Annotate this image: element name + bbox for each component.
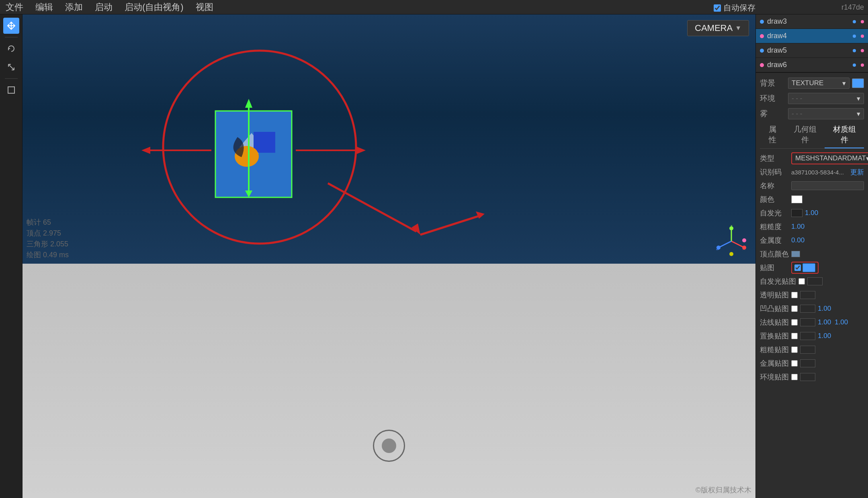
- object-crescent: [233, 137, 244, 157]
- fog-chevron-icon: ▾: [857, 110, 860, 118]
- material-vertex-color-box[interactable]: [791, 251, 800, 257]
- material-id-update-btn[interactable]: 更新: [850, 168, 864, 177]
- layer-name-draw6: draw6: [767, 61, 850, 69]
- layer-vis-draw5: [853, 49, 856, 52]
- auto-save-checkbox[interactable]: [714, 4, 721, 12]
- material-displacement-map-box[interactable]: [800, 332, 815, 340]
- object-sphere: [235, 146, 259, 167]
- material-normal-map-value2: 1.00: [835, 318, 849, 326]
- tab-geometry[interactable]: 几何组件: [785, 122, 825, 148]
- tab-material[interactable]: 材质组件: [825, 122, 864, 148]
- material-env-map-box[interactable]: [800, 373, 815, 381]
- material-color-row: 颜色: [760, 193, 864, 206]
- material-roughness-map-checkbox[interactable]: [791, 346, 798, 353]
- material-roughness-value: 1.00: [791, 223, 806, 231]
- red-circle: [163, 51, 356, 244]
- menu-add[interactable]: 添加: [63, 0, 85, 14]
- layer-vis-draw4: [853, 35, 856, 38]
- material-name-input[interactable]: [791, 181, 864, 190]
- material-map-texture-btn[interactable]: [802, 263, 815, 272]
- stat-vertices: 顶点 2.975: [27, 228, 69, 239]
- material-bump-map-checkbox[interactable]: [791, 305, 798, 312]
- material-map-checkbox[interactable]: [794, 264, 801, 271]
- tool-rotate[interactable]: [3, 41, 19, 57]
- camera-button[interactable]: CAMERA ▼: [687, 20, 749, 36]
- material-emissive-map-checkbox[interactable]: [798, 278, 805, 285]
- background-dropdown[interactable]: TEXTURE ▾: [788, 78, 850, 89]
- copyright-text: ©版权归属技术木: [696, 485, 751, 495]
- material-displacement-map-row: 置换贴图 1.00: [760, 330, 864, 342]
- menu-run[interactable]: 启动: [92, 0, 115, 14]
- material-metalness-map-checkbox[interactable]: [791, 360, 798, 367]
- layer-vis2-draw5: [861, 49, 864, 52]
- tool-select-box[interactable]: [3, 82, 19, 98]
- camera-label: CAMERA: [695, 23, 733, 33]
- layer-vis2-draw6: [861, 64, 864, 67]
- stat-triangles: 三角形 2.055: [27, 239, 69, 250]
- env-chevron-icon: ▾: [857, 94, 860, 103]
- material-id-row: 识别码 a3871003-5834-4... 更新: [760, 166, 864, 178]
- stat-render: 绘图 0.49 ms: [27, 250, 69, 260]
- svg-point-11: [729, 252, 733, 256]
- object-cube: [254, 132, 275, 153]
- viewport-area: CAMERA ▼: [23, 14, 755, 498]
- material-type-chevron-icon: ▾: [866, 154, 868, 163]
- menu-edit[interactable]: 编辑: [33, 0, 55, 14]
- material-displacement-map-value: 1.00: [818, 332, 832, 340]
- material-bump-map-box[interactable]: [800, 305, 815, 313]
- material-roughness-map-box[interactable]: [800, 346, 815, 354]
- layer-item-draw4[interactable]: draw4: [756, 29, 868, 43]
- material-roughness-map-label: 粗糙贴图: [760, 345, 789, 355]
- material-name-label: 名称: [760, 181, 789, 191]
- annotation-arrow-2: [420, 215, 481, 235]
- material-alpha-map-row: 透明贴图: [760, 289, 864, 301]
- material-emissive-color[interactable]: [791, 209, 802, 217]
- material-emissive-map-box[interactable]: [807, 277, 823, 285]
- material-color-box[interactable]: [791, 195, 802, 203]
- material-alpha-map-box[interactable]: [800, 291, 815, 299]
- fog-label: 雾: [760, 109, 786, 119]
- background-type-value: TEXTURE: [792, 79, 823, 87]
- menu-file[interactable]: 文件: [3, 0, 26, 14]
- svg-text:Z: Z: [716, 246, 719, 251]
- tool-scale[interactable]: [3, 59, 19, 75]
- material-env-map-row: 环境贴图: [760, 371, 864, 383]
- menu-view[interactable]: 视图: [193, 0, 216, 14]
- material-type-dropdown[interactable]: MESHSTANDARDMAT ▾: [791, 152, 868, 164]
- arrow-y-down-head: [245, 191, 252, 197]
- material-normal-map-label: 法线贴图: [760, 318, 789, 327]
- material-normal-map-checkbox[interactable]: [791, 319, 798, 326]
- tool-separator-1: [5, 37, 18, 37]
- svg-text:X: X: [743, 246, 745, 251]
- material-normal-map-box[interactable]: [800, 318, 815, 326]
- material-map-label: 贴图: [760, 263, 789, 273]
- camera-chevron-icon: ▼: [735, 25, 741, 32]
- menu-run-free[interactable]: 启动(自由视角): [122, 0, 186, 14]
- fog-dropdown[interactable]: - - - ▾: [788, 108, 864, 119]
- material-metalness-map-box[interactable]: [800, 359, 815, 367]
- material-metalness-label: 金属度: [760, 236, 789, 245]
- material-alpha-map-checkbox[interactable]: [791, 292, 798, 298]
- layer-dot-draw4: [760, 34, 764, 38]
- material-env-map-checkbox[interactable]: [791, 374, 798, 380]
- tool-move[interactable]: [3, 18, 19, 34]
- background-color-box[interactable]: [852, 78, 864, 88]
- material-map-row: 贴图: [760, 261, 864, 274]
- layer-vis-draw3: [853, 20, 856, 23]
- material-id-value: a3871003-5834-4...: [791, 169, 848, 176]
- layer-item-draw6[interactable]: draw6: [756, 58, 868, 72]
- auto-save-area: 自动保存: [714, 2, 755, 13]
- background-label: 背景: [760, 78, 786, 88]
- layer-item-draw3[interactable]: draw3: [756, 14, 868, 29]
- layer-item-draw5[interactable]: draw5: [756, 43, 868, 58]
- tab-properties[interactable]: 属性: [760, 122, 785, 148]
- gizmo-axes: X Y Z: [715, 225, 747, 257]
- material-roughness-label: 粗糙度: [760, 222, 789, 232]
- material-alpha-map-label: 透明贴图: [760, 290, 789, 300]
- material-displacement-map-checkbox[interactable]: [791, 333, 798, 339]
- viewport-3d[interactable]: CAMERA ▼: [23, 14, 755, 264]
- ground-circle-inner: [382, 439, 396, 453]
- annotation-arrow-1: [328, 183, 416, 232]
- environment-dropdown[interactable]: - - - ▾: [788, 93, 864, 104]
- material-normal-map-row: 法线贴图 1.00 1.00: [760, 316, 864, 329]
